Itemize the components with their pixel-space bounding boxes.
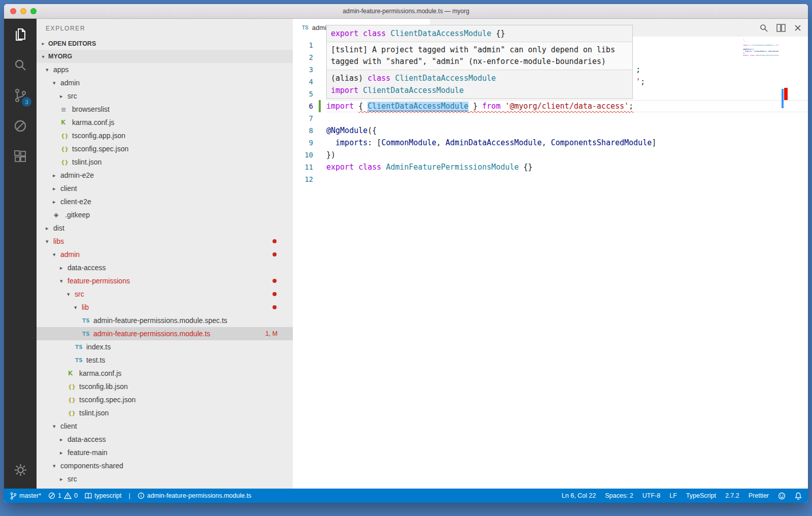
tree-folder-components-shared[interactable]: ▾components-shared (37, 459, 293, 472)
code-content: export class AdminFeaturePermissionsModu… (326, 161, 808, 173)
minimap-token: AdminFeaturePermissionsModule (756, 54, 779, 56)
code-token: export (331, 29, 363, 38)
status-encoding[interactable]: UTF-8 (642, 492, 660, 499)
code-line-8[interactable]: 8@NgModule({ (293, 124, 808, 137)
root-folder-section[interactable]: ▾ MYORG (37, 50, 293, 63)
chevron-down-icon: ▾ (60, 278, 67, 284)
code-content: import { ClientDataAccessModule } from '… (326, 100, 808, 112)
code-line-9[interactable]: 9 imports: [CommonModule, AdminDataAcces… (293, 137, 808, 149)
tree-item-label: karma.conf.js (79, 369, 121, 377)
tree-file-admin-feature-permissions.module.spec.ts[interactable]: TSadmin-feature-permissions.module.spec.… (37, 314, 293, 327)
close-window-button[interactable] (10, 8, 16, 14)
code-line-10[interactable]: 10}) (293, 149, 808, 161)
tree-folder-src[interactable]: ▸src (37, 472, 293, 486)
tree-file-tsconfig.spec.json[interactable]: {}tsconfig.spec.json (37, 393, 293, 406)
root-folder-label: MYORG (48, 53, 72, 60)
tree-item-label: admin-e2e (60, 171, 94, 179)
status-language-mode[interactable]: TypeScript (686, 492, 716, 499)
code-token: from (482, 102, 500, 111)
tree-folder-data-access[interactable]: ▸data-access (37, 433, 293, 446)
tree-folder-feature-main[interactable]: ▸feature-main (37, 446, 293, 459)
tree-folder-client[interactable]: ▸client (37, 182, 293, 195)
git-branch-icon (10, 492, 17, 500)
tree-folder-admin-e2e[interactable]: ▸admin-e2e (37, 169, 293, 182)
titlebar[interactable]: admin-feature-permissions.module.ts — my… (4, 4, 808, 19)
tree-item-label: src (67, 92, 77, 100)
tree-file-tsconfig.app.json[interactable]: {}tsconfig.app.json (37, 129, 293, 142)
code-token: { (358, 102, 367, 111)
tree-file-test.ts[interactable]: TStest.ts (37, 353, 293, 367)
notifications-bell-icon[interactable] (795, 492, 802, 500)
tree-file-tslint.json[interactable]: {}tslint.json (37, 406, 293, 420)
status-eol[interactable]: LF (669, 492, 677, 499)
zoom-window-button[interactable] (30, 8, 37, 14)
tree-item-label: admin (60, 79, 80, 87)
tree-folder-lib[interactable]: ▾lib (37, 301, 293, 314)
feedback-smiley-icon[interactable] (778, 492, 786, 500)
tree-folder-admin[interactable]: ▾admin (37, 248, 293, 261)
chevron-right-icon: ▸ (60, 265, 67, 271)
code-line-12[interactable]: 12 (293, 173, 808, 185)
list-file-icon: ≡ (61, 106, 72, 113)
tree-file-admin-feature-permissions.module.ts[interactable]: TSadmin-feature-permissions.module.ts1, … (37, 327, 293, 340)
code-area[interactable]: 123;4';56import { ClientDataAccessModule… (293, 37, 808, 489)
close-editor-icon[interactable] (794, 24, 802, 32)
tree-folder-feature-permissions[interactable]: ▾feature-permissions (37, 274, 293, 287)
problems-status[interactable]: 1 0 (48, 492, 78, 499)
source-control-icon[interactable]: 3 (12, 87, 29, 104)
tree-folder-src[interactable]: ▾src (37, 287, 293, 301)
status-cursor-position[interactable]: Ln 6, Col 22 (562, 492, 596, 499)
code-token: } (468, 102, 482, 111)
git-branch-status[interactable]: master* (10, 492, 41, 500)
tree-file-tsconfig.lib.json[interactable]: {}tsconfig.lib.json (37, 380, 293, 393)
line-number: 3 (293, 63, 313, 76)
tree-file-tslint.json[interactable]: {}tslint.json (37, 155, 293, 169)
tree-file-index.ts[interactable]: TSindex.ts (37, 340, 293, 353)
tree-file-browserslist[interactable]: ≡browserslist (37, 103, 293, 116)
tree-folder-admin[interactable]: ▾admin (37, 76, 293, 89)
tree-folder-client-e2e[interactable]: ▸client-e2e (37, 195, 293, 208)
hover-message-line2: tagged with "shared", "admin" (nx-enforc… (331, 56, 628, 68)
code-token: '@myorg/client/data-access' (505, 102, 629, 111)
tree-file-karma.conf.js[interactable]: Kkarma.conf.js (37, 367, 293, 380)
tree-file-tsconfig.spec.json[interactable]: {}tsconfig.spec.json (37, 142, 293, 155)
code-line-11[interactable]: 11export class AdminFeaturePermissionsMo… (293, 161, 808, 173)
settings-gear-icon[interactable] (12, 461, 29, 478)
status-formatter[interactable]: Prettier (749, 492, 769, 499)
tree-folder-apps[interactable]: ▾apps (37, 63, 293, 76)
window-title: admin-feature-permissions.module.ts — my… (4, 8, 808, 15)
minimize-window-button[interactable] (20, 8, 26, 14)
modified-dot-icon (273, 252, 277, 256)
symbol-link[interactable]: ClientDataAccessModule (367, 102, 468, 111)
tree-folder-dist[interactable]: ▸dist (37, 221, 293, 235)
minimap[interactable]: ;';import { ClientDataAccessModule } fro… (743, 34, 779, 58)
split-editor-icon[interactable] (776, 24, 786, 32)
json-file-icon: {} (61, 146, 72, 152)
debug-icon[interactable] (12, 117, 29, 135)
active-file-status[interactable]: admin-feature-permissions.module.ts (138, 492, 252, 499)
gutter (313, 88, 326, 100)
status-indentation[interactable]: Spaces: 2 (605, 492, 633, 499)
tree-folder-src[interactable]: ▸src (37, 89, 293, 103)
tree-item-label: browserslist (72, 105, 110, 113)
typescript-status[interactable]: typescript (85, 492, 122, 499)
chevron-right-icon: ▸ (60, 436, 67, 443)
tree-file-karma.conf.js[interactable]: Kkarma.conf.js (37, 116, 293, 129)
explorer-icon[interactable] (12, 26, 29, 43)
extensions-icon[interactable] (12, 148, 29, 165)
tree-folder-libs[interactable]: ▾libs (37, 235, 293, 248)
find-in-file-icon[interactable] (759, 23, 768, 33)
open-editors-section[interactable]: ▸ OPEN EDITORS (37, 37, 293, 50)
code-line-6[interactable]: 6import { ClientDataAccessModule } from … (293, 100, 808, 112)
gutter (313, 100, 326, 112)
tree-file-.gitkeep[interactable]: ◈.gitkeep (37, 208, 293, 221)
tree-folder-client[interactable]: ▾client (37, 420, 293, 433)
tree-item-label: tsconfig.spec.json (79, 396, 136, 404)
minimap-line: import { ClientDataAccessModule } from '… (743, 44, 779, 46)
status-ts-version[interactable]: 2.7.2 (725, 492, 739, 499)
search-icon[interactable] (12, 56, 29, 74)
hover-message-line1: [tslint] A project tagged with "admin" c… (331, 44, 628, 56)
tree-folder-data-access[interactable]: ▸data-access (37, 261, 293, 274)
tree-item-label: admin-feature-permissions.module.ts (93, 330, 210, 338)
code-line-7[interactable]: 7 (293, 112, 808, 124)
